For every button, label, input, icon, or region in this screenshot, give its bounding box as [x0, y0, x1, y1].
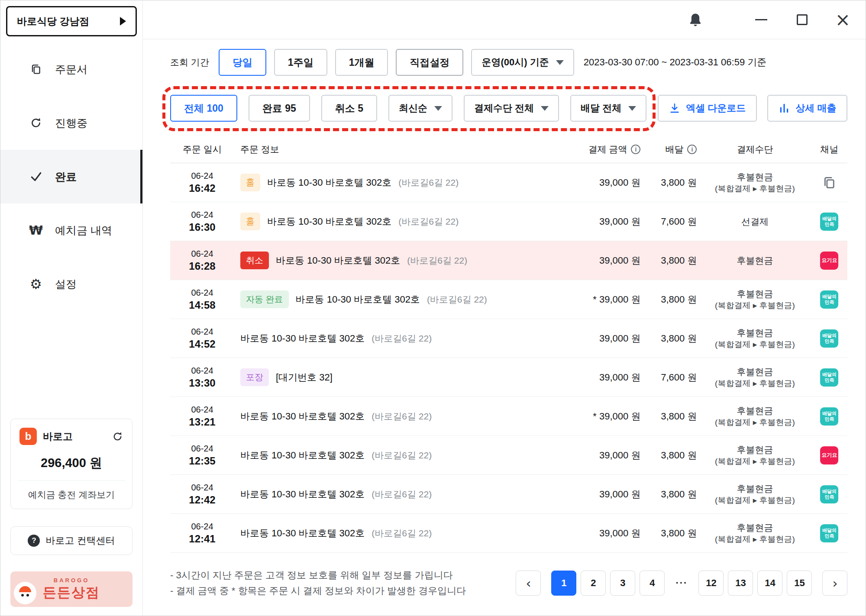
pagination-page-1[interactable]: 1 — [551, 571, 576, 596]
pagination-page-13[interactable]: 13 — [728, 571, 753, 596]
pagination-next-button[interactable]: › — [822, 571, 847, 596]
sidebar-item-deposit-history[interactable]: ₩ 예치금 내역 — [0, 203, 142, 257]
deposit-account-link[interactable]: 예치금 충전 계좌보기 — [19, 489, 123, 501]
header-datetime: 주문 일시 — [170, 143, 234, 155]
baemin-channel-icon: 배달의민족 — [820, 485, 838, 503]
minimize-button[interactable] — [747, 8, 775, 32]
pagination-page-12[interactable]: 12 — [698, 571, 724, 596]
table-row[interactable]: 06-24 12:41 바로동 10-30 바로호텔 302호 (바로길6길 2… — [170, 514, 847, 553]
sidebar-item-label: 진행중 — [55, 116, 87, 130]
order-info: 바로동 10-30 바로호텔 302호 (바로길6길 22) — [234, 488, 569, 501]
header-channel: 채널 — [811, 143, 847, 155]
pos-channel-icon — [821, 175, 837, 190]
payment-amount: 39,000 원 — [569, 254, 642, 267]
store-selector[interactable]: 바로식당 강남점 — [6, 6, 137, 36]
baemin-channel-icon: 배달의민족 — [820, 213, 838, 231]
pagination-page-3[interactable]: 3 — [610, 571, 635, 596]
note-asterisk: - 결제 금액 중 * 항목은 주문 시 결제 정보와 차이가 발생한 경우입니… — [170, 583, 466, 599]
table-row[interactable]: 06-24 14:58 자동 완료 바로동 10-30 바로호텔 302호 (바… — [170, 280, 847, 319]
table-row[interactable]: 06-24 12:42 바로동 10-30 바로호텔 302호 (바로길6길 2… — [170, 475, 847, 514]
basis-dropdown[interactable]: 운영(00시) 기준 — [471, 49, 574, 76]
contact-center-button[interactable]: 바로고 컨택센터 — [10, 526, 132, 555]
sidebar-item-in-progress[interactable]: 진행중 — [0, 96, 142, 150]
detailed-sales-label: 상세 매출 — [795, 102, 836, 115]
table-row[interactable]: 06-24 16:42 홀 바로동 10-30 바로호텔 302호 (바로길6길… — [170, 163, 847, 202]
footer: - 3시간이 지난 주문은 고객 정보 보호를 위해 일부 정보를 가립니다 -… — [170, 568, 847, 610]
info-icon[interactable] — [631, 145, 640, 154]
barogo-logo: b — [19, 428, 37, 445]
table-row[interactable]: 06-24 16:28 취소 바로동 10-30 바로호텔 302호 (바로길6… — [170, 241, 847, 280]
info-icon[interactable] — [687, 145, 697, 154]
notification-bell-icon[interactable] — [688, 13, 702, 27]
order-datetime: 06-24 14:52 — [170, 327, 234, 350]
delivery-fee: 3,800 원 — [642, 488, 698, 501]
table-row[interactable]: 06-24 16:30 홀 바로동 10-30 바로호텔 302호 (바로길6길… — [170, 202, 847, 241]
excel-download-label: 엑셀 다운로드 — [686, 102, 746, 115]
pagination-page-14[interactable]: 14 — [757, 571, 782, 596]
table-row[interactable]: 06-24 14:52 바로동 10-30 바로호텔 302호 (바로길6길 2… — [170, 319, 847, 358]
channel: 배달의민족 — [811, 524, 847, 542]
sidebar-item-orders[interactable]: 주문서 — [0, 42, 142, 96]
delivery-fee: 7,600 원 — [642, 371, 698, 384]
pagination-page-4[interactable]: 4 — [640, 571, 665, 596]
maximize-icon — [797, 14, 808, 25]
close-button[interactable]: × — [829, 8, 856, 32]
period-month-button[interactable]: 1개월 — [335, 49, 388, 76]
sidebar-item-completed[interactable]: 완료 — [0, 150, 142, 203]
deposit-balance: 296,400 원 — [19, 455, 123, 472]
maximize-button[interactable] — [788, 8, 816, 32]
sidebar-item-label: 예치금 내역 — [55, 223, 112, 238]
banner-brand: BAROGO — [54, 577, 90, 584]
pagination-ellipsis: ··· — [669, 571, 694, 596]
status-filter-row: 전체 100 완료 95 취소 5 최신순 결제수단 전체 배달 전체 엑 — [170, 94, 847, 122]
minimize-icon — [755, 19, 767, 20]
table-row[interactable]: 06-24 12:35 바로동 10-30 바로호텔 302호 (바로길6길 2… — [170, 436, 847, 475]
delivery-fee: 3,800 원 — [642, 527, 698, 540]
header-info: 주문 정보 — [234, 143, 569, 155]
tab-cancelled-orders[interactable]: 취소 5 — [321, 95, 377, 122]
payment-method: 선결제 — [698, 215, 811, 228]
channel — [811, 175, 847, 190]
sidebar-bottom: b 바로고 296,400 원 예치금 충전 계좌보기 바로고 컨택센터 BAR… — [0, 419, 142, 616]
pagination-prev-button[interactable]: ‹ — [516, 571, 541, 596]
payment-amount: 39,000 원 — [569, 371, 642, 384]
table-row[interactable]: 06-24 13:21 바로동 10-30 바로호텔 302호 (바로길6길 2… — [170, 397, 847, 436]
delivery-fee: 3,800 원 — [642, 410, 698, 423]
payment-amount: 39,000 원 — [569, 176, 642, 189]
divider — [18, 481, 125, 481]
delivery-fee: 3,800 원 — [642, 176, 698, 189]
note-privacy: - 3시간이 지난 주문은 고객 정보 보호를 위해 일부 정보를 가립니다 — [170, 568, 466, 583]
pagination-page-2[interactable]: 2 — [581, 571, 606, 596]
delivery-fee: 3,800 원 — [642, 332, 698, 345]
order-type-badge: 포장 — [240, 368, 269, 386]
refresh-icon[interactable] — [112, 431, 123, 442]
sidebar-item-settings[interactable]: ⚙ 설정 — [0, 257, 142, 311]
order-type-badge: 홀 — [240, 174, 260, 191]
channel: 배달의민족 — [811, 213, 847, 231]
table-row[interactable]: 06-24 13:30 포장 [대기번호 32] 39,000 원 7,600 … — [170, 358, 847, 397]
period-filter-row: 조회 기간 당일 1주일 1개월 직접설정 운영(00시) 기준 2023-03… — [170, 49, 847, 76]
tab-all-orders[interactable]: 전체 100 — [170, 95, 237, 122]
payment-method-dropdown[interactable]: 결제수단 전체 — [464, 95, 559, 122]
baemin-channel-icon: 배달의민족 — [820, 329, 838, 348]
order-datetime: 06-24 12:42 — [170, 483, 234, 506]
delivery-dropdown[interactable]: 배달 전체 — [570, 95, 646, 122]
order-info: 바로동 10-30 바로호텔 302호 (바로길6길 22) — [234, 410, 569, 423]
period-week-button[interactable]: 1주일 — [274, 49, 327, 76]
order-datetime: 06-24 12:35 — [170, 444, 234, 467]
tab-completed-orders[interactable]: 완료 95 — [249, 95, 310, 122]
promo-banner[interactable]: BAROGO 든든상점 — [10, 571, 132, 607]
delivery-fee: 3,800 원 — [642, 449, 698, 462]
period-today-button[interactable]: 당일 — [219, 49, 266, 76]
baemin-channel-icon: 배달의민족 — [820, 524, 838, 542]
period-custom-button[interactable]: 직접설정 — [396, 49, 463, 76]
period-label: 조회 기간 — [170, 56, 209, 68]
channel: 요기요 — [811, 252, 847, 270]
sort-dropdown[interactable]: 최신순 — [388, 95, 452, 122]
chevron-down-icon — [556, 60, 564, 65]
payment-amount: 39,000 원 — [569, 488, 642, 501]
detailed-sales-button[interactable]: 상세 매출 — [767, 95, 847, 122]
excel-download-button[interactable]: 엑셀 다운로드 — [658, 95, 757, 122]
order-info: 바로동 10-30 바로호텔 302호 (바로길6길 22) — [234, 527, 569, 540]
pagination-page-15[interactable]: 15 — [787, 571, 812, 596]
